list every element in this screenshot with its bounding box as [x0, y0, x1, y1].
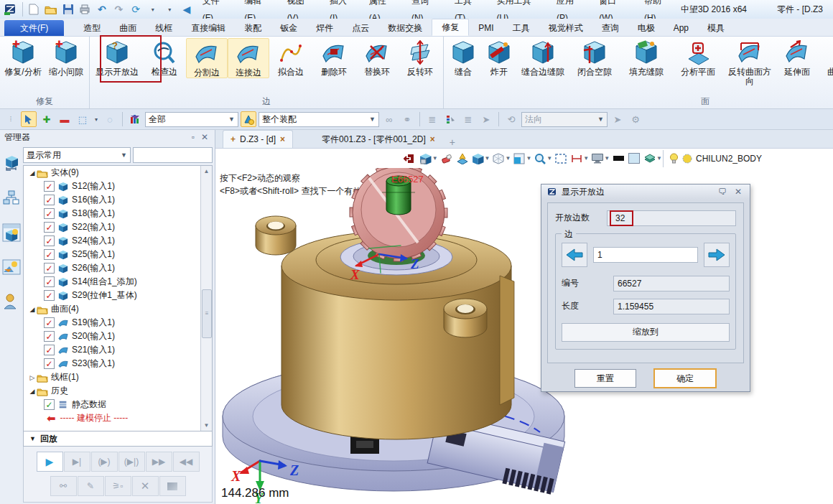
tool-sew[interactable]: 缝合 [445, 38, 481, 77]
replay-walk-button[interactable]: ⚞▫ [105, 476, 131, 496]
replay-link-button[interactable]: ⚯ [50, 476, 77, 496]
checkbox-checked-red[interactable]: ✓ [44, 222, 55, 233]
checkbox-checked-green[interactable]: ✓ [44, 399, 55, 410]
zoom-window-icon[interactable] [553, 151, 569, 167]
ribbon-tab-wireframe[interactable]: 线框 [146, 20, 182, 36]
tool-close-gap[interactable]: 闭合空隙 [569, 38, 620, 77]
tree-item-s12[interactable]: ✓S12(输入1) [24, 179, 201, 193]
pick-arrow-icon[interactable] [21, 111, 37, 127]
dimension-dropdown-icon[interactable]: ▼ [583, 155, 589, 162]
marquee-dropdown-icon[interactable]: ▾ [93, 111, 100, 127]
doc-tab-dz3[interactable]: + D.Z3 - [d] × [223, 130, 293, 148]
ribbon-tab-electrode[interactable]: 电极 [628, 20, 664, 36]
tab-close-icon[interactable]: × [430, 134, 435, 144]
remove-pick-icon[interactable]: ▬ [57, 111, 73, 127]
render-manager-icon[interactable] [2, 258, 21, 276]
doc-tab-part001[interactable]: 零件001.Z3 - [零件001_2D] × [315, 131, 442, 148]
ribbon-tab-surface[interactable]: 曲面 [110, 20, 146, 36]
checkbox-checked-red[interactable]: ✓ [44, 249, 55, 260]
ribbon-tab-shape[interactable]: 造型 [74, 20, 110, 36]
tree-item-s20[interactable]: ✓S20(输入1) [24, 330, 201, 343]
checkbox-checked-red[interactable]: ✓ [44, 331, 55, 342]
tool-analyze-plane[interactable]: 分析平面 [672, 38, 724, 77]
toolbar-grip[interactable]: ⁞ [3, 111, 19, 127]
role-manager-icon[interactable] [2, 292, 21, 311]
tool-fit-edge[interactable]: 拟合边 [269, 38, 312, 77]
tree-item-s24[interactable]: ✓S24(输入1) [24, 234, 201, 248]
align-plane-icon[interactable] [455, 151, 470, 167]
view-orient-dropdown-icon[interactable]: ▼ [526, 155, 531, 162]
tree-folder-solids[interactable]: ◢实体(9) [24, 166, 201, 179]
add-pick-icon[interactable]: ✚ [39, 111, 55, 127]
manager-restore-icon[interactable]: ▫ [187, 132, 199, 142]
replay-step-end-button[interactable]: ▶| [64, 452, 90, 472]
checkbox-checked-red[interactable]: ✓ [44, 290, 55, 301]
tree-item-static-data[interactable]: ✓静态数据 [24, 398, 201, 411]
replay-fast-forward-button[interactable]: ▶▶ [146, 452, 172, 472]
normal-select[interactable]: 法向▼ [521, 112, 608, 127]
checkbox-checked-red[interactable]: ✓ [44, 195, 55, 205]
tool-curve-split[interactable]: 曲线分割 [819, 38, 833, 77]
ribbon-tab-point-cloud[interactable]: 点云 [343, 20, 378, 36]
show-open-edges-dialog[interactable]: 显示开放边 🗨 ✕ 开放边数 32 边 1 [541, 184, 750, 392]
zoom-dropdown-icon[interactable]: ▼ [546, 155, 552, 162]
dialog-comment-icon[interactable]: 🗨 [717, 187, 728, 197]
save-icon[interactable] [60, 2, 76, 17]
ribbon-file-tab[interactable]: 文件(F) [4, 20, 64, 36]
tree-item-s23[interactable]: ✓S23(输入1) [24, 357, 201, 370]
rotate-mode-icon[interactable]: ⟲ [503, 111, 519, 127]
redo-icon[interactable]: ↷ [111, 2, 127, 17]
display-mode-icon[interactable] [590, 151, 605, 167]
ribbon-tab-direct-edit[interactable]: 直接编辑 [182, 20, 235, 36]
ribbon-tab-tools[interactable]: 工具 [503, 20, 539, 36]
filter-select[interactable]: 全部▼ [145, 112, 238, 127]
tool-shrink-gap[interactable]: ✚ 缩小间隙 [45, 38, 88, 77]
tree-item-s18[interactable]: ✓S18(输入1) [24, 207, 201, 220]
tree-folder-surfaces[interactable]: ◢曲面(4) [24, 302, 201, 316]
edge-index-input[interactable]: 1 [593, 247, 698, 263]
cursor-icon[interactable]: ➤ [478, 111, 494, 127]
tool-reverse-face-direction[interactable]: 反转曲面方向 [724, 38, 776, 86]
ribbon-tab-visualize[interactable]: 视觉样式 [539, 20, 592, 36]
pick-list-colored-icon[interactable] [442, 111, 458, 127]
replay-stop-button[interactable] [159, 476, 186, 496]
checkbox-checked-red[interactable]: ✓ [44, 208, 55, 219]
checkbox-checked-red[interactable]: ✓ [44, 317, 55, 328]
ribbon-tab-repair[interactable]: 修复 [432, 19, 469, 36]
tool-delete-loop[interactable]: 删除环 [312, 38, 355, 77]
dimension-icon[interactable] [569, 151, 585, 167]
replay-play-button[interactable]: ▶ [37, 452, 63, 472]
undo-icon[interactable]: ↶ [94, 2, 110, 17]
dialog-close-icon[interactable]: ✕ [732, 187, 744, 197]
zoom-to-button[interactable]: 缩放到 [562, 323, 730, 342]
tool-check-edge[interactable]: 检查边 [143, 38, 186, 77]
prev-edge-button[interactable] [562, 243, 587, 267]
tree-item-s21[interactable]: ✓S21(输入1) [24, 343, 201, 357]
layer-manager-icon[interactable] [642, 151, 658, 167]
pick-all-list-icon[interactable]: ≣ [460, 111, 476, 127]
checkbox-checked-red[interactable]: ✓ [44, 235, 55, 246]
visual-manager-icon[interactable] [2, 223, 21, 242]
tree-item-s22[interactable]: ✓S22(输入1) [24, 220, 201, 234]
exit-input-icon[interactable] [402, 151, 418, 167]
dialog-title-bar[interactable]: 显示开放边 🗨 ✕ [541, 185, 750, 200]
marquee-pick-icon[interactable]: ⬚ [75, 111, 90, 127]
next-edge-button[interactable] [704, 243, 730, 267]
eraser-icon[interactable] [439, 151, 455, 167]
pick-last-icon[interactable] [241, 111, 256, 127]
background-color-swatch[interactable] [626, 151, 642, 167]
replay-section-header[interactable]: ▼回放 [23, 431, 213, 447]
ribbon-tab-pmi[interactable]: PMI [469, 20, 503, 36]
ok-button[interactable]: 确定 [653, 368, 717, 388]
ribbon-tab-data-exchange[interactable]: 数据交换 [378, 20, 432, 36]
reset-button[interactable]: 重置 [574, 369, 636, 388]
history-manager-icon[interactable] [2, 154, 21, 173]
pick-list-icon[interactable]: ≣ [424, 111, 440, 127]
ribbon-tab-mold[interactable]: 模具 [698, 20, 734, 36]
ribbon-tab-app[interactable]: App [664, 20, 698, 36]
tool-connect-edge[interactable]: 连接边 [228, 38, 269, 78]
ribbon-tab-inquire[interactable]: 查询 [592, 20, 628, 36]
tree-search-input[interactable] [133, 147, 213, 163]
lasso-pick-icon[interactable]: ◌ [102, 111, 118, 127]
tree-item-s14[interactable]: ✓S14(组合1_添加) [24, 275, 201, 289]
